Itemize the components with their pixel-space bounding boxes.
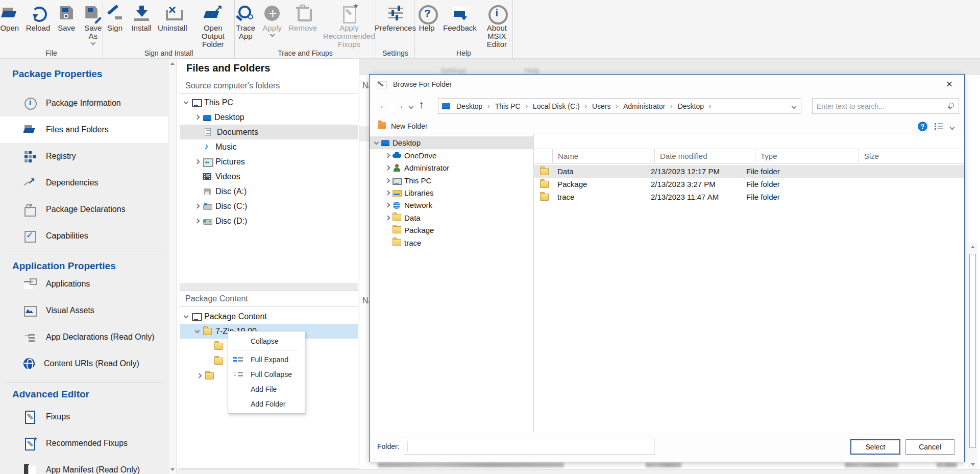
sidebar-item-capabilities[interactable]: Capabilities bbox=[0, 223, 168, 249]
sidebar-item-dependencies[interactable]: Dependencies bbox=[0, 170, 168, 196]
back-arrow-button[interactable]: ← bbox=[379, 99, 389, 111]
sidebar-item-registry[interactable]: Registry bbox=[0, 143, 168, 170]
feedback-button[interactable]: Feedback bbox=[442, 3, 478, 33]
scroll-down-button[interactable] bbox=[168, 465, 177, 474]
background-scrollbar[interactable] bbox=[968, 243, 977, 469]
dialog-tree-this-pc[interactable]: This PC bbox=[370, 174, 533, 187]
icon-column-header[interactable] bbox=[534, 149, 553, 163]
chevron-expanded-icon[interactable] bbox=[374, 139, 379, 145]
chevron-collapsed-icon[interactable] bbox=[385, 203, 390, 208]
tree-item-this-pc[interactable]: This PC bbox=[180, 95, 358, 110]
search-icon[interactable] bbox=[947, 103, 954, 110]
search-input[interactable] bbox=[813, 99, 959, 113]
scrollbar-thumb[interactable] bbox=[969, 254, 976, 448]
menu-item-full-collapse[interactable]: Full Collapse bbox=[228, 367, 305, 382]
sign-button[interactable]: Sign bbox=[103, 3, 127, 33]
chevron-collapsed-icon[interactable] bbox=[385, 165, 390, 171]
tree-item-pictures[interactable]: Pictures bbox=[180, 154, 358, 169]
chevron-collapsed-icon[interactable] bbox=[195, 159, 200, 164]
sidebar-item-package-declarations[interactable]: Package Declarations bbox=[0, 196, 168, 223]
menu-item-add-file[interactable]: Add File bbox=[228, 382, 305, 396]
breadcrumb-dropdown-icon[interactable] bbox=[792, 104, 797, 109]
tree-item-disc-a[interactable]: Disc (A:) bbox=[180, 184, 358, 199]
sidebar-item-files-and-folders[interactable]: Files and Folders bbox=[0, 116, 168, 143]
apply-recommended-fixups-button[interactable]: Apply Recommended Fixups bbox=[322, 3, 377, 50]
uninstall-button[interactable]: Uninstall bbox=[156, 3, 189, 33]
tree-item-package-content[interactable]: Package Content bbox=[180, 309, 358, 324]
file-row-package[interactable]: Package 2/13/2023 3:27 PM File folder bbox=[534, 178, 964, 191]
breadcrumb-desktop[interactable]: Desktop bbox=[454, 102, 484, 110]
breadcrumb-administrator[interactable]: Administrator bbox=[621, 102, 667, 110]
sidebar-item-app-manifest[interactable]: App Manifest (Read Only) bbox=[0, 457, 168, 474]
breadcrumb-this-pc[interactable]: This PC bbox=[493, 102, 523, 110]
sidebar-scrollbar[interactable] bbox=[168, 59, 177, 474]
menu-item-collapse[interactable]: Collapse bbox=[228, 334, 305, 348]
dialog-tree-trace[interactable]: trace bbox=[370, 236, 533, 249]
breadcrumb-users[interactable]: Users bbox=[590, 102, 613, 110]
panel-splitter[interactable] bbox=[180, 284, 358, 290]
tree-item-desktop[interactable]: Desktop bbox=[180, 110, 358, 125]
select-button[interactable]: Select bbox=[850, 439, 900, 455]
install-button[interactable]: Install bbox=[130, 3, 153, 33]
dialog-titlebar[interactable]: Browse For Folder × bbox=[370, 75, 964, 94]
view-list-icon[interactable] bbox=[935, 123, 943, 130]
dialog-tree-desktop[interactable]: Desktop bbox=[370, 136, 533, 149]
chevron-collapsed-icon[interactable] bbox=[385, 216, 390, 221]
sidebar-item-app-declarations[interactable]: App Declarations (Read Only) bbox=[0, 324, 168, 350]
chevron-expanded-icon[interactable] bbox=[195, 328, 200, 333]
breadcrumb-separator-icon[interactable]: › bbox=[523, 102, 531, 110]
chevron-collapsed-icon[interactable] bbox=[385, 178, 390, 183]
breadcrumb-separator-icon[interactable]: › bbox=[613, 102, 621, 110]
chevron-collapsed-icon[interactable] bbox=[385, 191, 390, 196]
file-row-trace[interactable]: trace 2/13/2023 11:47 AM File folder bbox=[534, 191, 964, 203]
forward-arrow-button[interactable]: → bbox=[394, 99, 405, 111]
sidebar-item-applications[interactable]: Applications bbox=[0, 271, 168, 297]
dialog-tree-administrator[interactable]: Administrator bbox=[370, 161, 533, 174]
tree-item-music[interactable]: Music bbox=[180, 139, 358, 154]
sidebar-item-content-uris[interactable]: Content URIs (Read Only) bbox=[0, 350, 168, 377]
save-button[interactable]: Save bbox=[55, 3, 78, 33]
source-folders-header[interactable]: Source computer's folders bbox=[180, 78, 358, 94]
cancel-button[interactable]: Cancel bbox=[905, 439, 954, 455]
column-header-type[interactable]: Type bbox=[755, 149, 859, 163]
help-button[interactable]: Help bbox=[415, 3, 438, 33]
scroll-up-button[interactable] bbox=[968, 243, 977, 251]
open-button[interactable]: Open bbox=[0, 3, 21, 33]
sidebar-item-package-information[interactable]: Package Information bbox=[0, 90, 168, 116]
breadcrumb-separator-icon[interactable]: › bbox=[706, 102, 714, 110]
dialog-tree-data[interactable]: Data bbox=[370, 211, 533, 224]
chevron-collapsed-icon[interactable] bbox=[195, 219, 200, 224]
close-icon[interactable]: × bbox=[942, 77, 957, 92]
help-icon[interactable]: ? bbox=[918, 122, 927, 131]
new-folder-button[interactable]: New Folder bbox=[391, 122, 428, 130]
about-msix-editor-button[interactable]: About MSIX Editor bbox=[481, 3, 512, 50]
scroll-down-button[interactable] bbox=[968, 460, 977, 469]
breadcrumb-local-disk-c[interactable]: Local Disk (C:) bbox=[531, 102, 582, 110]
open-output-folder-button[interactable]: Open Output Folder bbox=[192, 3, 234, 50]
file-row-data[interactable]: Data 2/13/2023 12:17 PM File folder bbox=[534, 165, 964, 178]
chevron-collapsed-icon[interactable] bbox=[197, 373, 202, 378]
menu-item-full-expand[interactable]: Full Expand bbox=[228, 352, 305, 367]
tree-item-documents[interactable]: Documents bbox=[180, 125, 358, 139]
up-arrow-button[interactable]: ↑ bbox=[419, 99, 424, 111]
sidebar-item-visual-assets[interactable]: Visual Assets bbox=[0, 297, 168, 324]
tree-item-disc-c[interactable]: Disc (C:) bbox=[180, 199, 358, 214]
apply-button[interactable]: Apply bbox=[260, 3, 284, 37]
column-header-name[interactable]: Name bbox=[553, 149, 655, 163]
scroll-up-button[interactable] bbox=[168, 59, 177, 68]
preferences-button[interactable]: Preferences bbox=[373, 3, 418, 33]
save-as-button[interactable]: Save As bbox=[81, 3, 105, 45]
dialog-tree-onedrive[interactable]: OneDrive bbox=[370, 149, 533, 162]
chevron-expanded-icon[interactable] bbox=[184, 313, 189, 318]
chevron-collapsed-icon[interactable] bbox=[195, 115, 200, 120]
package-content-header[interactable]: Package Content bbox=[180, 291, 358, 307]
trace-app-button[interactable]: Trace App bbox=[234, 3, 257, 41]
breadcrumb-separator-icon[interactable]: › bbox=[667, 102, 675, 110]
tree-item-disc-d[interactable]: Disc (D:) bbox=[180, 214, 358, 228]
dialog-tree-libraries[interactable]: Libraries bbox=[370, 186, 533, 199]
chevron-collapsed-icon[interactable] bbox=[195, 204, 200, 209]
column-header-size[interactable]: Size bbox=[859, 149, 964, 163]
breadcrumb-separator-icon[interactable]: › bbox=[484, 102, 493, 110]
sidebar-item-recommended-fixups[interactable]: ★Recommended Fixups bbox=[0, 430, 168, 457]
column-header-date-modified[interactable]: Date modified bbox=[655, 149, 755, 163]
